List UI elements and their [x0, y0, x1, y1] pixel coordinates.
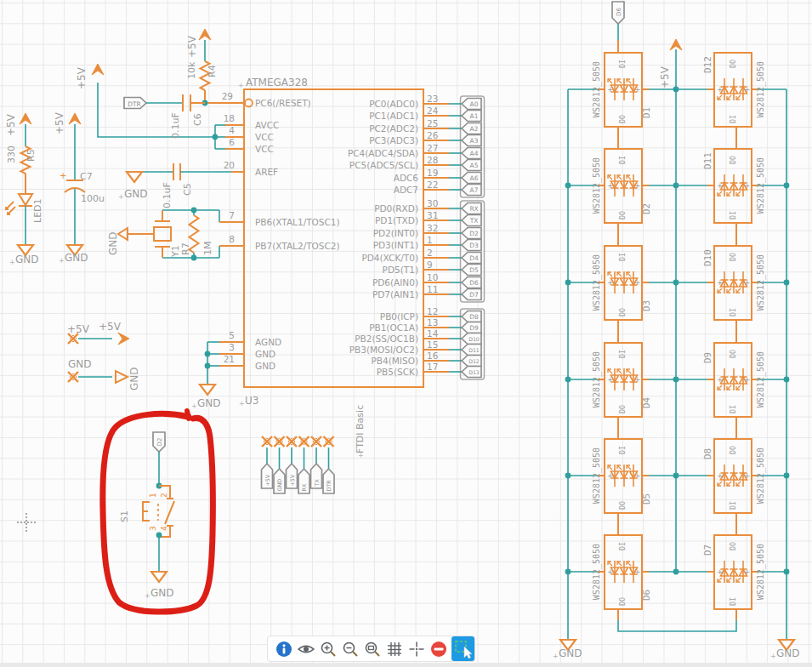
ws2812-led-arrow[interactable] [608, 562, 612, 566]
ws2812-led-arrow[interactable] [617, 369, 622, 373]
led1-designator[interactable]: LED1 [32, 198, 43, 223]
toolbar-eye-button[interactable] [295, 636, 317, 661]
s1-designator[interactable]: S1 [119, 510, 130, 522]
toolbar-zoom-selection-button[interactable] [361, 636, 383, 661]
led1-arrow[interactable] [8, 207, 15, 214]
ws2812-led-arrow[interactable] [736, 385, 741, 390]
r4-value[interactable]: 10k [186, 61, 197, 79]
ws2812-led-arrow[interactable] [608, 175, 612, 180]
toolbar-grid-button[interactable] [383, 636, 406, 661]
ws2812-led-arrow[interactable] [727, 385, 731, 390]
gnd-icon[interactable] [118, 228, 128, 240]
ws2812-part-label[interactable]: WS2812_5050 [592, 351, 602, 408]
ws2812-led-arrow[interactable] [608, 79, 612, 83]
ws2812-part-label[interactable]: WS2812_5050 [592, 448, 602, 504]
ws2812-led-arrow[interactable] [617, 272, 622, 276]
ws2812-part-label[interactable]: WS2812_5050 [592, 61, 602, 117]
ws2812-designator[interactable]: D4 [641, 396, 652, 408]
ws2812-led-arrow[interactable] [736, 288, 741, 293]
ws2812-led-arrow[interactable] [727, 482, 731, 486]
ws2812-part-label[interactable]: WS2812_5050 [756, 448, 766, 504]
ws2812-part-label[interactable]: WS2812_5050 [592, 157, 602, 214]
c5-designator[interactable]: C5 [182, 183, 193, 196]
ws2812-led-arrow[interactable] [617, 562, 622, 566]
ws2812-led-arrow[interactable] [627, 465, 631, 470]
ws2812-led-arrow[interactable] [617, 79, 622, 83]
power-5v-icon[interactable] [69, 113, 81, 124]
ws2812-designator[interactable]: D3 [641, 300, 652, 311]
r7-designator[interactable]: R7 [180, 242, 191, 255]
toolbar-crosshair-button[interactable] [406, 636, 428, 661]
ws2812-led-arrow[interactable] [617, 175, 622, 180]
y1-designator[interactable]: Y1 [170, 245, 181, 258]
ws2812-designator[interactable]: D2 [641, 203, 652, 214]
toolbar-zoom-out-button[interactable] [339, 636, 361, 661]
r5-value[interactable]: 330 [6, 145, 17, 163]
ws2812-led-arrow[interactable] [736, 482, 741, 486]
gnd-icon[interactable] [200, 385, 215, 395]
power-5v-icon[interactable] [92, 64, 104, 75]
r7-value[interactable]: 1M [202, 242, 213, 256]
ws2812-led-arrow[interactable] [727, 288, 731, 293]
ws2812-led-arrow[interactable] [727, 95, 731, 100]
ws2812-designator[interactable]: D10 [702, 249, 713, 266]
wire-5v-to-vcc[interactable] [98, 83, 215, 137]
ws2812-designator[interactable]: D6 [641, 590, 652, 601]
led1-arrow[interactable] [6, 202, 14, 209]
ws2812-led-arrow[interactable] [736, 95, 741, 100]
ic-interface-label[interactable]: FTDI Basic [355, 405, 366, 453]
ws2812-part-label[interactable]: WS2812_5050 [756, 61, 766, 117]
ws2812-part-label[interactable]: WS2812_5050 [592, 544, 602, 600]
power-5v-icon[interactable] [199, 29, 211, 40]
ws2812-designator[interactable]: D7 [702, 544, 713, 556]
r5-designator[interactable]: R5 [26, 149, 37, 162]
ws2812-part-label[interactable]: WS2812_5050 [756, 157, 766, 214]
c5-value[interactable]: 0.1uF [162, 182, 173, 208]
power-5v-icon[interactable] [20, 113, 31, 124]
ws2812-designator[interactable]: D12 [702, 56, 713, 73]
ws2812-led-arrow[interactable] [718, 95, 722, 100]
ws2812-led-arrow[interactable] [627, 369, 631, 373]
toolbar-info-button[interactable] [273, 636, 295, 661]
switch-s1-lever[interactable] [165, 501, 174, 524]
ws2812-part-label[interactable]: WS2812_5050 [756, 254, 766, 311]
ws2812-led-arrow[interactable] [627, 272, 631, 276]
ws2812-led-arrow[interactable] [608, 465, 612, 470]
schematic-canvas[interactable]: ATMEGA328+U3+FTDI Basic+PC6(/RESET)29AVC… [0, 0, 812, 663]
ws2812-designator[interactable]: D11 [702, 152, 713, 169]
power-5v-icon[interactable] [670, 39, 682, 50]
led1-symbol[interactable] [19, 194, 32, 205]
toolbar-zoom-in-button[interactable] [317, 636, 339, 661]
c6-designator[interactable]: C6 [192, 113, 203, 126]
gnd-icon[interactable] [116, 371, 128, 383]
ws2812-led-arrow[interactable] [718, 578, 722, 582]
ws2812-designator[interactable]: D9 [702, 352, 713, 363]
ws2812-led-arrow[interactable] [727, 578, 731, 582]
toolbar-select-mode-button[interactable] [451, 636, 474, 661]
ws2812-designator[interactable]: D5 [641, 493, 652, 505]
ws2812-led-arrow[interactable] [627, 562, 631, 566]
ws2812-led-arrow[interactable] [718, 288, 722, 293]
ic-title[interactable]: ATMEGA328 [246, 77, 308, 88]
c6-value[interactable]: 0.1uF [170, 112, 181, 139]
data-chain-bottom[interactable] [618, 620, 736, 631]
c7-value[interactable]: 100u [81, 193, 105, 204]
ws2812-led-arrow[interactable] [608, 272, 612, 276]
c7-designator[interactable]: C7 [80, 171, 93, 182]
ws2812-led-arrow[interactable] [718, 482, 722, 486]
ws2812-part-label[interactable]: WS2812_5050 [592, 254, 602, 311]
ws2812-led-arrow[interactable] [627, 79, 631, 83]
ws2812-led-arrow[interactable] [627, 175, 631, 180]
gnd-icon[interactable] [151, 572, 167, 582]
ws2812-led-arrow[interactable] [736, 191, 741, 196]
ic-designator[interactable]: U3 [245, 395, 258, 407]
ws2812-part-label[interactable]: WS2812_5050 [756, 544, 766, 600]
ws2812-led-arrow[interactable] [718, 385, 722, 390]
ws2812-designator[interactable]: D1 [641, 107, 652, 118]
toolbar-remove-button[interactable] [428, 636, 450, 661]
ws2812-led-arrow[interactable] [718, 191, 722, 196]
ws2812-led-arrow[interactable] [736, 578, 741, 582]
r4-designator[interactable]: R4 [207, 65, 218, 77]
ws2812-designator[interactable]: D8 [702, 448, 713, 459]
ws2812-part-label[interactable]: WS2812_5050 [756, 351, 766, 408]
